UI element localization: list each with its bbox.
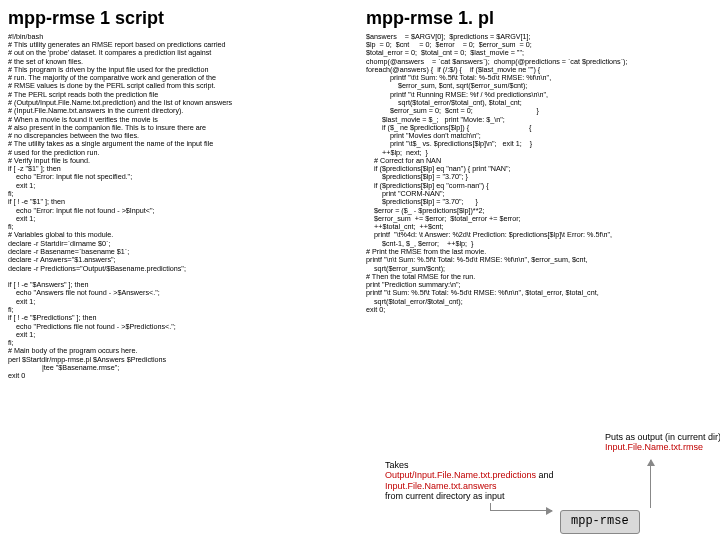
right-column: mpp-rmse 1. pl $answers = $ARGV[0]; $pre…: [366, 8, 712, 381]
takes-line2: Output/Input.File.Name.txt.predictions a…: [385, 470, 565, 480]
mpp-rmse-box: mpp-rmse: [560, 510, 640, 534]
right-title: mpp-rmse 1. pl: [366, 8, 712, 29]
left-code: #!/bin/bash # This utility generates an …: [8, 33, 354, 381]
takes-line4: from current directory as input: [385, 491, 565, 501]
puts-line2: Input.File.Name.txt.rmse: [605, 442, 720, 452]
arrow-box-to-puts: [650, 460, 651, 508]
right-code: $answers = $ARGV[0]; $predictions = $ARG…: [366, 33, 712, 315]
puts-note: Puts as output (in current dir) Input.Fi…: [605, 432, 720, 453]
puts-line1: Puts as output (in current dir): [605, 432, 720, 442]
takes-line1: Takes: [385, 460, 565, 470]
left-column: mpp-rmse 1 script #!/bin/bash # This uti…: [8, 8, 354, 381]
left-title: mpp-rmse 1 script: [8, 8, 354, 29]
arrow-takes-vert: [490, 503, 491, 511]
takes-note: Takes Output/Input.File.Name.txt.predict…: [385, 460, 565, 501]
title-bold: mpp-rmse 1: [8, 8, 110, 28]
two-column-layout: mpp-rmse 1 script #!/bin/bash # This uti…: [8, 8, 712, 381]
takes-line3: Input.File.Name.txt.answers: [385, 481, 565, 491]
title-rest: script: [110, 8, 164, 28]
arrow-takes-to-box: [490, 510, 552, 511]
